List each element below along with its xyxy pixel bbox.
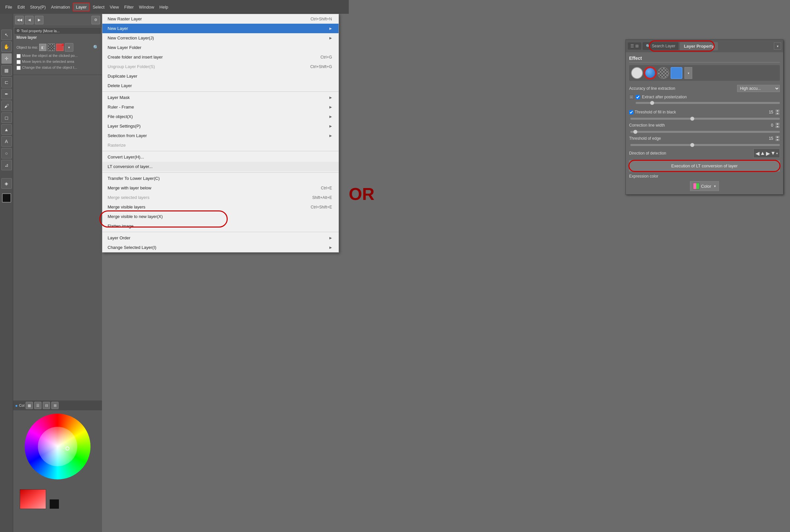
effect-icons-dropdown[interactable]: ▾ — [684, 67, 692, 79]
effect-icon-blue[interactable] — [644, 67, 656, 79]
threshold-edge-up[interactable]: ▲ — [775, 135, 780, 138]
menu-transfer[interactable]: Transfer To Lower Layer(C) — [102, 174, 338, 183]
tool-select[interactable]: ▦ — [1, 65, 12, 76]
tool-eyedropper[interactable]: ◈ — [1, 178, 12, 189]
menu-view[interactable]: View — [107, 3, 122, 11]
menu-new-folder[interactable]: New Layer Folder — [102, 43, 338, 52]
tool-eraser[interactable]: ◻ — [1, 112, 12, 123]
posterization-slider[interactable] — [636, 102, 780, 104]
nav-forward[interactable]: ▶ — [35, 16, 43, 24]
menu-new-correction[interactable]: New Correction Layer(J) ▶ — [102, 33, 338, 43]
menu-select[interactable]: Select — [90, 3, 107, 11]
threshold-edge-slider-row — [629, 144, 780, 146]
checkbox-change-status-input[interactable] — [16, 66, 21, 70]
tool-lasso[interactable]: ⊏ — [1, 77, 12, 88]
menu-edit-full[interactable]: Edit — [15, 3, 27, 11]
threshold-fill-checkbox[interactable] — [629, 110, 633, 114]
extract-posterization-checkbox[interactable] — [636, 95, 640, 99]
checkbox-move-selected-input[interactable] — [16, 60, 21, 64]
tool-move[interactable]: ✛ — [1, 53, 12, 64]
direction-widget[interactable]: ◀ ▲ ▶ ▼ ▾ — [753, 149, 780, 158]
tab-search-layer[interactable]: 🔍 Search Layer — [643, 42, 678, 50]
collapse-extract-btn[interactable]: − — [629, 95, 634, 99]
tool-text[interactable]: A — [1, 136, 12, 147]
menu-duplicate[interactable]: Duplicate Layer — [102, 71, 338, 81]
menu-merge-visible[interactable]: Merge visible layers Ctrl+Shift+E — [102, 202, 338, 212]
menu-layer-order-arrow: ▶ — [329, 236, 332, 240]
menu-animation-full[interactable]: Animation — [48, 3, 73, 11]
menu-window[interactable]: Window — [136, 3, 157, 11]
menu-story-full[interactable]: Story(P) — [27, 3, 48, 11]
panel-icon-btn[interactable]: ☰ ⊞ — [628, 42, 641, 50]
red-color-swatch[interactable] — [20, 489, 46, 509]
tool-shape[interactable]: ○ — [1, 148, 12, 158]
menu-filter[interactable]: Filter — [122, 3, 136, 11]
threshold-edge-slider[interactable] — [630, 144, 780, 146]
object-dropdown[interactable]: ▾ — [65, 43, 73, 52]
menu-merge-below[interactable]: Merge with layer below Ctrl+E — [102, 183, 338, 193]
menu-ruler-frame[interactable]: Ruler - Frame ▶ — [102, 102, 338, 112]
color-dropdown[interactable]: Color ▾ — [690, 181, 719, 191]
color-panel-btn1[interactable]: ▦ — [26, 402, 33, 409]
color-wheel[interactable] — [25, 414, 91, 479]
menu-help[interactable]: Help — [157, 3, 171, 11]
correction-width-spinner: ▲ ▼ — [775, 122, 780, 128]
nav-back[interactable]: ◀ — [25, 16, 34, 24]
menu-change-selected[interactable]: Change Selected Layer(I) ▶ — [102, 243, 338, 252]
correction-width-up[interactable]: ▲ — [775, 122, 780, 125]
menu-convert-label: Convert Layer(H)... — [108, 154, 144, 159]
menu-ungroup-shortcut: Ctrl+Shift+G — [310, 64, 332, 69]
tool-gradient[interactable]: ⊿ — [1, 160, 12, 170]
threshold-fill-row: Threshold of fill in black 15 ▲ ▼ — [629, 109, 780, 115]
tool-fill[interactable]: ▲ — [1, 124, 12, 135]
color-panel-btn4[interactable]: ⊞ — [51, 402, 59, 409]
tool-hand[interactable]: ✋ — [1, 41, 12, 52]
menu-file-object[interactable]: File object(X) ▶ — [102, 112, 338, 121]
dir-arrow-up: ▲ — [760, 150, 765, 156]
menu-layer-mask[interactable]: Layer Mask ▶ — [102, 93, 338, 102]
object-icon-2[interactable] — [48, 44, 55, 51]
effect-label: Effect — [629, 56, 780, 62]
menu-new-layer[interactable]: New Layer ▶ — [102, 24, 338, 33]
nav-back-back[interactable]: ◀◀ — [15, 16, 24, 24]
menu-delete[interactable]: Delete Layer — [102, 81, 338, 91]
tool-arrow[interactable]: ↖ — [1, 30, 12, 40]
menu-layer-settings[interactable]: Layer Settings(P) ▶ — [102, 121, 338, 131]
threshold-edge-down[interactable]: ▼ — [775, 138, 780, 141]
panel-dropdown-btn[interactable]: ▾ — [774, 42, 781, 50]
settings-btn[interactable]: ⚙ — [91, 16, 100, 24]
threshold-fill-down[interactable]: ▼ — [775, 112, 780, 115]
threshold-fill-slider[interactable] — [630, 118, 780, 120]
menu-new-raster[interactable]: New Raster Layer Ctrl+Shift+N — [102, 14, 338, 24]
correction-width-slider[interactable] — [630, 131, 780, 133]
menu-layer-full[interactable]: Layer — [73, 3, 90, 12]
tool-brush[interactable]: 🖌 — [1, 101, 12, 111]
menu-convert[interactable]: Convert Layer(H)... — [102, 152, 338, 162]
menu-selection-from[interactable]: Selection from Layer ▶ — [102, 131, 338, 140]
menu-create-folder[interactable]: Create folder and insert layer Ctrl+G — [102, 52, 338, 62]
tab-layer-property[interactable]: Layer Property — [680, 42, 718, 50]
object-icon-1[interactable]: ◧ — [39, 44, 47, 51]
effect-icon-blue-square[interactable] — [670, 67, 682, 79]
menu-change-selected-label: Change Selected Layer(I) — [108, 245, 156, 250]
menu-lt-conversion[interactable]: LT conversion of layer... — [102, 162, 338, 171]
menu-merge-visible-new[interactable]: Merge visible to new layer(X) — [102, 212, 338, 221]
effect-icon-white[interactable] — [631, 67, 643, 79]
correction-width-down[interactable]: ▼ — [775, 125, 780, 128]
execution-btn[interactable]: Execution of LT conversion of layer — [629, 160, 780, 171]
black-swatch[interactable] — [49, 499, 59, 509]
accuracy-select[interactable]: High accu... — [737, 85, 780, 92]
object-icon-3[interactable]: ✕ — [56, 44, 63, 51]
color-panel-btn3[interactable]: ⊟ — [43, 402, 50, 409]
checkbox-move-clicked-input[interactable] — [16, 54, 21, 58]
color-panel-btn2[interactable]: ☰ — [34, 402, 41, 409]
menu-file-full[interactable]: File — [3, 3, 15, 11]
separator-4 — [102, 232, 338, 232]
tool-pen[interactable]: ✒ — [1, 89, 12, 99]
menu-flatten[interactable]: Flatten image — [102, 221, 338, 231]
menu-file-object-label: File object(X) — [108, 114, 133, 119]
zoom-icon[interactable]: 🔍 — [93, 45, 99, 50]
threshold-fill-up[interactable]: ▲ — [775, 109, 780, 112]
menu-layer-order[interactable]: Layer Order ▶ — [102, 233, 338, 243]
effect-icon-checker[interactable] — [657, 67, 669, 79]
